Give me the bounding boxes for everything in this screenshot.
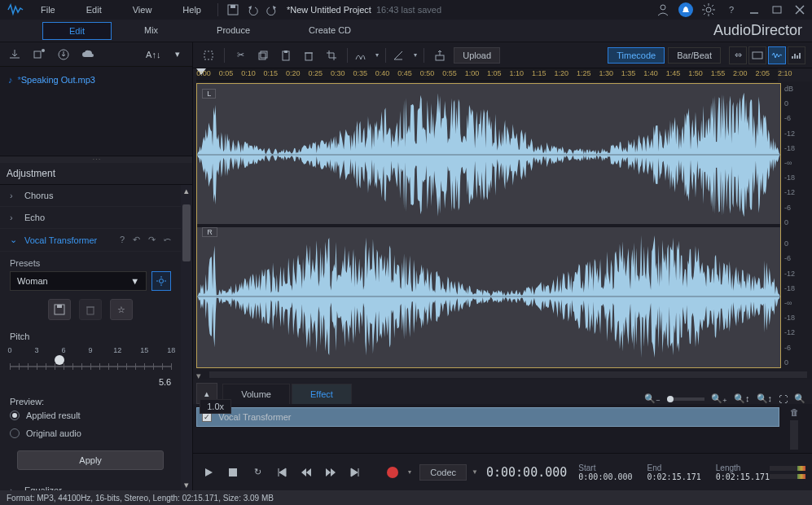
next-button[interactable] xyxy=(346,463,364,481)
settings-icon[interactable] xyxy=(701,2,716,17)
export-icon[interactable] xyxy=(431,46,449,64)
favorite-preset-button[interactable]: ☆ xyxy=(110,299,133,320)
view-mode-3-icon[interactable] xyxy=(768,46,786,64)
delete-effect-icon[interactable]: 🗑 xyxy=(790,407,799,417)
toggle-barbeat[interactable]: Bar/Beat xyxy=(668,47,721,64)
record-source-icon[interactable] xyxy=(31,46,47,63)
preset-settings-button[interactable] xyxy=(151,271,171,291)
playback-speed[interactable]: 1.0x xyxy=(200,399,231,414)
mode-tab-edit[interactable]: Edit xyxy=(42,22,112,40)
delete-preset-button[interactable] xyxy=(79,299,102,320)
mode-tab-mix[interactable]: Mix xyxy=(118,22,184,40)
main-menu: File Edit View Help xyxy=(33,2,209,18)
scroll-down-icon[interactable]: ▾ xyxy=(181,479,192,490)
stop-button[interactable] xyxy=(224,463,242,481)
maximize-icon[interactable] xyxy=(770,2,784,17)
adjustment-scrollbar[interactable]: ▴ ▾ xyxy=(181,185,192,490)
mode-tab-create-cd[interactable]: Create CD xyxy=(283,22,377,40)
close-icon[interactable] xyxy=(792,2,807,17)
horizontal-splitter[interactable]: ⋯ xyxy=(0,156,192,163)
radio-applied-result[interactable]: Applied result xyxy=(10,406,171,424)
tab-effect[interactable]: Effect xyxy=(292,384,352,404)
normalize-icon[interactable]: ▾ xyxy=(354,46,379,64)
codec-button[interactable]: Codec xyxy=(419,464,467,481)
select-tool-icon[interactable] xyxy=(200,46,217,64)
minimize-icon[interactable] xyxy=(747,2,762,17)
menu-file[interactable]: File xyxy=(33,2,64,18)
reset-small-icon[interactable]: ⤺ xyxy=(164,235,171,245)
mode-tab-produce[interactable]: Produce xyxy=(191,22,276,40)
record-button[interactable] xyxy=(384,463,402,481)
prev-button[interactable] xyxy=(273,463,291,481)
download-cloud-icon[interactable] xyxy=(55,46,72,63)
zoom-fit-icon[interactable]: ⛶ xyxy=(779,394,788,404)
delete-icon[interactable] xyxy=(300,46,318,64)
apply-button[interactable]: Apply xyxy=(17,450,164,470)
paste-icon[interactable] xyxy=(277,46,295,64)
loop-button[interactable]: ↻ xyxy=(248,463,266,481)
toggle-timecode[interactable]: Timecode xyxy=(608,47,665,64)
notification-icon[interactable] xyxy=(678,2,693,17)
effects-scrollbar[interactable] xyxy=(790,420,798,450)
zoom-in-icon[interactable]: 🔍₊ xyxy=(711,393,727,404)
svg-rect-41 xyxy=(799,53,801,59)
adjustment-row-equalizer[interactable]: ›Equalizer xyxy=(0,480,181,490)
svg-rect-13 xyxy=(773,7,781,13)
help-small-icon[interactable]: ? xyxy=(120,235,125,245)
cut-icon[interactable]: ✂ xyxy=(231,46,249,64)
menu-view[interactable]: View xyxy=(125,2,160,18)
waveform-canvas[interactable]: L R xyxy=(196,83,781,368)
svg-rect-25 xyxy=(57,305,62,308)
menu-help[interactable]: Help xyxy=(174,2,209,18)
zoom-out-icon[interactable]: 🔍₋ xyxy=(644,393,661,404)
zoom-selection-icon[interactable]: 🔍 xyxy=(794,393,805,404)
upload-button[interactable]: Upload xyxy=(454,47,500,64)
adjustment-row-echo[interactable]: ›Echo xyxy=(0,207,181,229)
preset-select[interactable]: Woman ▼ xyxy=(10,271,147,291)
undo-small-icon[interactable]: ↶ xyxy=(133,235,140,245)
svg-rect-31 xyxy=(283,51,289,60)
crop-icon[interactable] xyxy=(323,46,340,64)
redo-icon[interactable] xyxy=(266,3,279,16)
zoom-v-out-icon[interactable]: 🔍↕ xyxy=(734,393,750,404)
codec-menu-icon[interactable]: ▼ xyxy=(472,468,478,476)
font-size-icon[interactable]: A↑↓ xyxy=(145,46,161,63)
import-icon[interactable] xyxy=(7,46,23,63)
library-menu-icon[interactable]: ▾ xyxy=(169,46,186,63)
library-item[interactable]: ♪*Speaking Out.mp3 xyxy=(7,72,186,88)
save-preset-button[interactable] xyxy=(48,299,71,320)
radio-original-audio[interactable]: Original audio xyxy=(10,424,171,442)
effect-track-row[interactable]: ✓ Vocal Transformer xyxy=(196,407,779,427)
mode-row: Edit Mix Produce Create CD AudioDirector xyxy=(0,20,812,42)
pitch-slider[interactable] xyxy=(10,359,171,374)
account-icon[interactable] xyxy=(656,2,670,17)
undo-icon[interactable] xyxy=(246,3,259,16)
adjustment-row-vocal-transformer[interactable]: ⌄ Vocal Transformer ? ↶ ↷ ⤺ xyxy=(0,229,181,252)
play-button[interactable] xyxy=(200,463,217,481)
collapse-waveform-icon[interactable]: ▾ xyxy=(196,371,204,379)
adjustment-row-chorus[interactable]: ›Chorus xyxy=(0,185,181,207)
help-icon[interactable]: ? xyxy=(724,2,739,17)
view-mode-2-icon[interactable] xyxy=(748,46,766,64)
rewind-button[interactable] xyxy=(297,463,315,481)
pitch-thumb[interactable] xyxy=(55,355,64,365)
zoom-v-in-icon[interactable]: 🔍↕ xyxy=(757,393,773,404)
copy-icon[interactable] xyxy=(254,46,272,64)
end-label: End xyxy=(647,463,701,472)
timeline-ruler[interactable]: 0:000:050:100:150:200:250:300:350:400:45… xyxy=(196,68,778,81)
redo-small-icon[interactable]: ↷ xyxy=(148,235,156,245)
view-mode-4-icon[interactable] xyxy=(788,46,805,64)
forward-button[interactable] xyxy=(322,463,340,481)
scroll-thumb[interactable] xyxy=(182,204,191,261)
save-icon[interactable] xyxy=(226,3,239,16)
menu-edit[interactable]: Edit xyxy=(78,2,110,18)
fade-icon[interactable]: ▾ xyxy=(393,46,417,64)
adjustment-header: Adjustment xyxy=(0,163,192,185)
horizontal-scrollbar[interactable] xyxy=(209,371,807,378)
zoom-slider[interactable] xyxy=(667,397,704,401)
tab-volume[interactable]: Volume xyxy=(222,384,290,404)
svg-point-2 xyxy=(661,5,665,10)
scroll-up-icon[interactable]: ▴ xyxy=(181,185,192,196)
view-mode-1-icon[interactable]: ⇔ xyxy=(729,46,747,64)
cloud-icon[interactable] xyxy=(80,46,96,63)
